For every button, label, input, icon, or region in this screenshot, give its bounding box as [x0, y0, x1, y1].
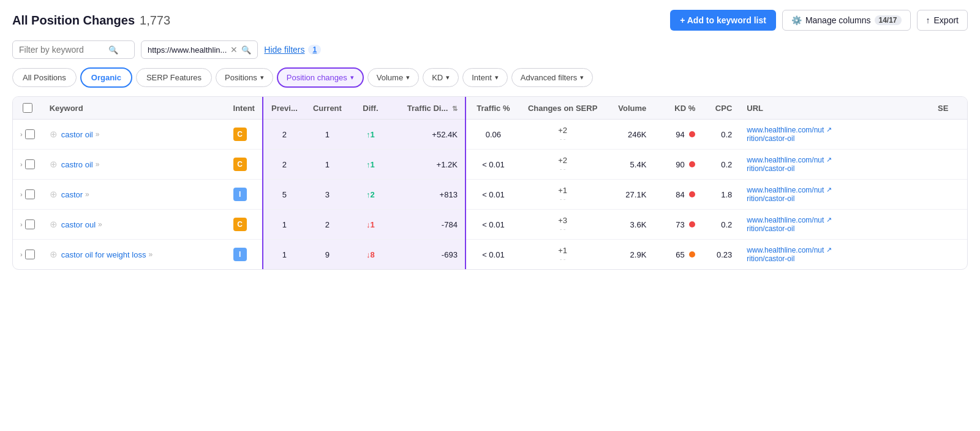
col-header-diff: Diff. — [349, 97, 392, 120]
tab-positions[interactable]: Positions ▾ — [216, 68, 273, 87]
row-checkbox[interactable] — [25, 189, 35, 199]
filter-bar: 🔍 https://www.healthlin... ✕ 🔍 Hide filt… — [12, 40, 968, 59]
diff-value: ↓1 — [366, 220, 375, 229]
gear-icon: ⚙️ — [791, 15, 802, 25]
traffic-di-value: -784 — [442, 220, 458, 229]
data-table: Keyword Intent Previ... Current Diff. — [13, 97, 967, 269]
row-checkbox[interactable] — [25, 159, 35, 169]
add-to-keyword-list-button[interactable]: + Add to keyword list — [670, 10, 776, 31]
diff-value: ↑2 — [366, 190, 375, 199]
chevron-down-icon: ▾ — [580, 74, 584, 82]
traffic-di-value: -693 — [442, 250, 458, 259]
tab-advanced-filters[interactable]: Advanced filters ▾ — [511, 68, 594, 87]
cpc-cell: 0.23 — [703, 240, 739, 270]
col-header-traffic-di[interactable]: Traffic Di... ⇅ — [392, 97, 466, 120]
current-position-cell: 1 — [306, 120, 349, 150]
intent-cell: I — [226, 180, 263, 210]
url-link[interactable]: www.healthline.com/nutrition/castor-oil — [747, 156, 824, 173]
tab-all-positions[interactable]: All Positions — [12, 68, 77, 87]
keyword-link[interactable]: castor oil for weight loss » — [61, 250, 153, 259]
keyword-filter-wrap[interactable]: 🔍 — [12, 40, 135, 59]
changes-serp-dashes: - - — [560, 226, 565, 233]
external-link-icon: ↗ — [826, 186, 832, 194]
hide-filters-badge: 1 — [308, 45, 321, 55]
row-expand-check: › — [13, 180, 42, 210]
se-cell — [930, 120, 967, 150]
url-cell: www.healthline.com/nutrition/castor-oil … — [739, 120, 930, 150]
url-link[interactable]: www.healthline.com/nutrition/castor-oil — [747, 126, 824, 143]
url-cell: www.healthline.com/nutrition/castor-oil … — [739, 150, 930, 180]
traffic-pct-cell: < 0.01 — [466, 210, 521, 240]
manage-columns-badge: 14/17 — [875, 15, 902, 25]
table-row: › ⊕ castro oil » C 2 1 ↑1 +1.2K < 0.01 + — [13, 150, 967, 180]
tab-intent[interactable]: Intent ▾ — [462, 68, 508, 87]
row-expand-icon[interactable]: › — [20, 191, 23, 198]
intent-badge: I — [233, 248, 247, 261]
manage-columns-button[interactable]: ⚙️ Manage columns 14/17 — [782, 10, 911, 31]
se-cell — [930, 180, 967, 210]
col-header-check — [13, 97, 42, 120]
row-checkbox[interactable] — [25, 129, 35, 139]
col-header-traffic-pct: Traffic % — [466, 97, 521, 120]
cpc-cell: 0.2 — [703, 210, 739, 240]
export-button[interactable]: ↑ Export — [917, 10, 968, 31]
tab-serp-features[interactable]: SERP Features — [136, 68, 212, 87]
diff-value: ↑1 — [366, 160, 375, 169]
prev-position-cell: 1 — [263, 210, 306, 240]
row-expand-icon[interactable]: › — [20, 131, 23, 138]
external-link-icon: ↗ — [826, 216, 832, 224]
diff-cell: ↑2 — [349, 180, 392, 210]
col-header-url: URL — [739, 97, 930, 120]
keyword-link[interactable]: castor oil » — [61, 130, 100, 139]
changes-serp-dashes: - - — [560, 166, 565, 173]
keyword-cell: ⊕ castor oil for weight loss » — [42, 240, 226, 270]
row-expand-icon[interactable]: › — [20, 251, 23, 258]
tab-volume[interactable]: Volume ▾ — [368, 68, 419, 87]
url-filter-value: https://www.healthlin... — [148, 45, 227, 55]
kd-cell: 84 — [654, 180, 703, 210]
row-checkbox[interactable] — [25, 250, 35, 259]
keyword-chevron-icon: » — [148, 250, 153, 259]
filter-tabs: All Positions Organic SERP Features Posi… — [12, 67, 968, 88]
row-expand-icon[interactable]: › — [20, 221, 23, 228]
keyword-link[interactable]: castor » — [61, 190, 89, 199]
col-header-changes-serp: Changes on SERP — [521, 97, 605, 120]
current-position-cell: 2 — [306, 210, 349, 240]
traffic-di-value: +52.4K — [432, 130, 458, 139]
intent-badge: C — [233, 158, 247, 171]
changes-serp-value: +1 — [558, 186, 567, 196]
url-filter-close-button[interactable]: ✕ — [230, 45, 238, 55]
tab-kd[interactable]: KD ▾ — [423, 68, 459, 87]
col-header-keyword: Keyword — [42, 97, 226, 120]
row-checkbox[interactable] — [25, 219, 35, 229]
kd-dot — [689, 161, 695, 167]
url-link[interactable]: www.healthline.com/nutrition/castor-oil — [747, 216, 824, 233]
keyword-link[interactable]: castor oul » — [61, 220, 102, 229]
url-link[interactable]: www.healthline.com/nutrition/castor-oil — [747, 246, 824, 263]
data-table-wrap: Keyword Intent Previ... Current Diff. — [12, 96, 968, 270]
volume-cell: 246K — [605, 120, 654, 150]
keyword-link[interactable]: castro oil » — [61, 160, 100, 169]
page-header: All Position Changes 1,773 + Add to keyw… — [12, 10, 968, 31]
page-title: All Position Changes — [12, 13, 135, 28]
changes-serp-value: +2 — [558, 156, 567, 166]
prev-position-cell: 2 — [263, 120, 306, 150]
chevron-down-icon: ▾ — [495, 74, 499, 82]
traffic-pct-cell: 0.06 — [466, 120, 521, 150]
row-expand-check: › — [13, 120, 42, 150]
hide-filters-button[interactable]: Hide filters 1 — [264, 45, 321, 55]
col-header-volume: Volume — [605, 97, 654, 120]
traffic-di-cell: +1.2K — [392, 150, 466, 180]
tab-position-changes[interactable]: Position changes ▾ — [277, 67, 364, 88]
kd-cell: 73 — [654, 210, 703, 240]
url-cell: www.healthline.com/nutrition/castor-oil … — [739, 180, 930, 210]
keyword-chevron-icon: » — [96, 130, 100, 139]
row-expand-icon[interactable]: › — [20, 161, 23, 168]
select-all-checkbox[interactable] — [23, 103, 32, 113]
tab-organic[interactable]: Organic — [80, 67, 132, 88]
keyword-filter-input[interactable] — [19, 45, 105, 55]
diff-cell: ↑1 — [349, 150, 392, 180]
chevron-down-icon: ▾ — [406, 74, 410, 82]
kd-dot — [689, 131, 695, 137]
url-link[interactable]: www.healthline.com/nutrition/castor-oil — [747, 186, 824, 203]
